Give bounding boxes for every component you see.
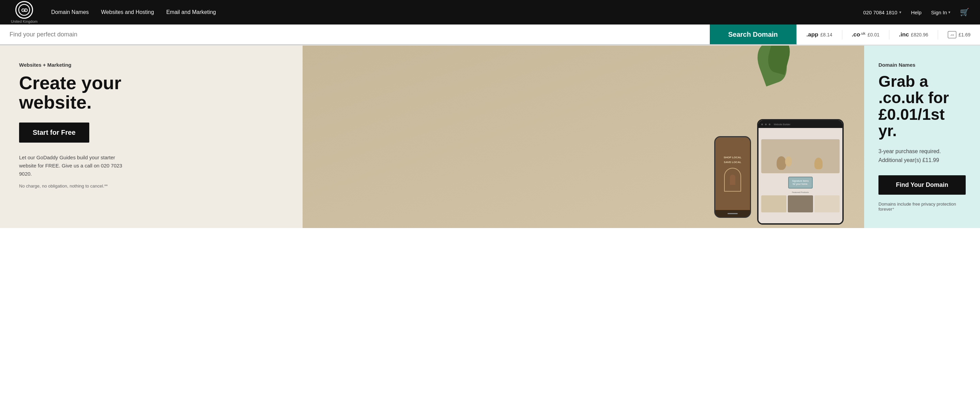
chip-couk-price: £0.01 — [867, 32, 880, 38]
chip-divider-2 — [889, 30, 889, 40]
tablet-mockup: Website Builder Signature itemsfor your … — [757, 119, 844, 225]
start-for-free-button[interactable]: Start for Free — [19, 122, 89, 143]
logo[interactable]: GD United Kingdom — [11, 1, 38, 24]
phone-number[interactable]: 020 7084 1810 ▾ — [863, 10, 901, 15]
nav-links: Domain Names Websites and Hosting Email … — [51, 9, 216, 15]
hero-fine-print: No charge, no obligation, nothing to can… — [19, 184, 135, 189]
hero-right: Domain Names Grab a .co.uk for £0.01/1st… — [864, 46, 980, 228]
svg-text:.co: .co — [950, 33, 954, 36]
chip-co-icon: .co — [948, 31, 956, 38]
chip-inc-price: £820.96 — [911, 32, 928, 38]
chip-app[interactable]: .app £8.14 — [807, 31, 832, 38]
signin-button[interactable]: Sign In ▾ — [931, 10, 950, 15]
chip-couk-ext: .co.uk — [852, 31, 865, 38]
hero-description: Let our GoDaddy Guides build your starte… — [19, 154, 128, 178]
navbar-left: GD United Kingdom Domain Names Websites … — [11, 1, 216, 24]
navbar: GD United Kingdom Domain Names Websites … — [0, 0, 980, 24]
search-domain-button[interactable]: Search Domain — [710, 24, 796, 44]
phone-screen: SHOP LOCAL SAVE LOCAL — [715, 137, 750, 210]
hero-title: Create your website. — [19, 73, 135, 112]
phone-text-1: SHOP LOCAL — [724, 156, 741, 159]
chip-inc[interactable]: .inc £820.96 — [899, 31, 928, 38]
domain-chips: .app £8.14 .co.uk £0.01 .inc £820.96 .co… — [797, 24, 980, 45]
phone-mockup: SHOP LOCAL SAVE LOCAL — [714, 136, 751, 218]
hero-background-image: SHOP LOCAL SAVE LOCAL — [302, 46, 864, 228]
right-description: 3-year purchase required. Additional yea… — [878, 147, 966, 165]
right-subtitle: Domain Names — [878, 62, 966, 68]
chip-divider-1 — [842, 30, 842, 40]
tablet-products-label: Featured Products — [792, 191, 808, 193]
navbar-right: 020 7084 1810 ▾ Help Sign In ▾ 🛒 — [863, 8, 969, 17]
find-your-domain-button[interactable]: Find Your Domain — [878, 175, 966, 195]
help-link[interactable]: Help — [911, 10, 921, 15]
tablet-screen: Website Builder Signature itemsfor your … — [759, 120, 842, 223]
signin-dropdown-icon: ▾ — [948, 10, 950, 15]
nav-email-marketing[interactable]: Email and Marketing — [166, 9, 216, 15]
chip-co[interactable]: .co £1.69 — [948, 31, 970, 38]
tablet-item-box: Signature itemsfor your home. — [788, 177, 813, 189]
hero-subtitle: Websites + Marketing — [19, 62, 135, 68]
svg-text:GD: GD — [21, 8, 28, 13]
search-input[interactable] — [0, 24, 710, 44]
main-content: SHOP LOCAL SAVE LOCAL — [0, 46, 980, 228]
chip-inc-ext: .inc — [899, 31, 909, 38]
chip-co-price: £1.69 — [959, 32, 970, 38]
tablet-nav-bar: Website Builder — [759, 120, 842, 128]
right-fine-print: Domains include free privacy protection … — [878, 201, 966, 212]
phone-dropdown-icon: ▾ — [899, 10, 901, 15]
tablet-product-images — [761, 195, 840, 212]
tablet-nav-label: Website Builder — [774, 123, 791, 125]
nav-domain-names[interactable]: Domain Names — [51, 9, 89, 15]
cart-icon[interactable]: 🛒 — [960, 8, 969, 17]
hero-text-area: Websites + Marketing Create your website… — [19, 62, 135, 189]
chip-couk[interactable]: .co.uk £0.01 — [852, 31, 880, 38]
phone-text-2: SAVE LOCAL — [724, 161, 741, 164]
tablet-body: Signature itemsfor your home. Featured P… — [759, 128, 842, 223]
logo-icon: GD — [15, 1, 33, 19]
hero-left: SHOP LOCAL SAVE LOCAL — [0, 46, 864, 228]
device-mockups: SHOP LOCAL SAVE LOCAL — [714, 49, 844, 225]
chip-divider-3 — [938, 30, 938, 40]
logo-subtitle: United Kingdom — [11, 19, 38, 24]
nav-websites-hosting[interactable]: Websites and Hosting — [101, 9, 154, 15]
chip-app-ext: .app — [807, 31, 818, 38]
chip-app-price: £8.14 — [820, 32, 832, 38]
right-title: Grab a .co.uk for £0.01/1st yr. — [878, 73, 966, 139]
